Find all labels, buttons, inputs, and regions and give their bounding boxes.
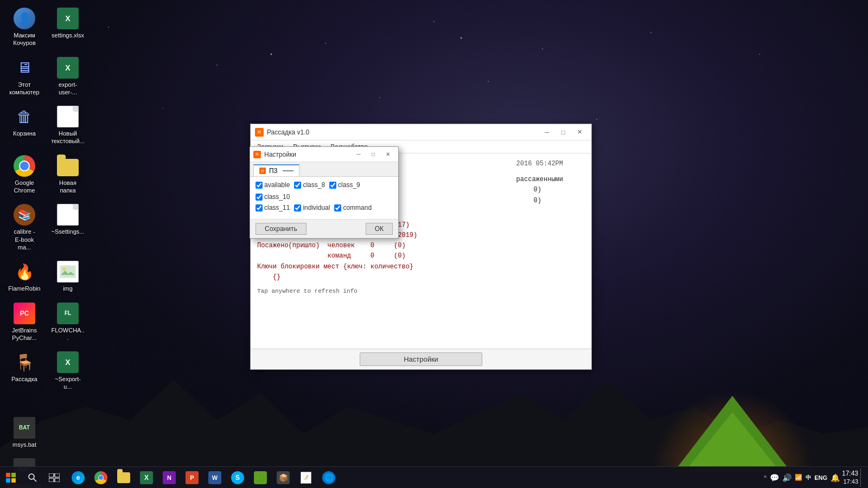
settings-minimize-button[interactable]: ─: [352, 150, 366, 159]
settings-dialog-controls: ─ □ ✕: [352, 150, 395, 159]
main-window-controls: ─ □ ✕: [539, 127, 587, 138]
content-posadzheno: Посажено(пришло) человек 0 (0): [257, 241, 585, 251]
settings-xlsx-label: settings.xlsx: [52, 31, 84, 39]
notifications-icon[interactable]: 🔔: [831, 473, 840, 482]
desktop-icon-chrome[interactable]: GoogleChrome: [5, 153, 43, 197]
maximize-button[interactable]: □: [556, 127, 571, 138]
taskbar-notepad-icon[interactable]: 📝: [295, 467, 317, 489]
checkbox-command-input[interactable]: [334, 204, 341, 211]
taskbar-explorer-icon[interactable]: [113, 467, 135, 489]
taskbar-unknown3-icon[interactable]: 🌐: [318, 467, 340, 489]
desktop-icon-ssettings[interactable]: ~Ssettings...: [49, 202, 87, 253]
svg-rect-6: [6, 478, 10, 483]
taskbar: e X N P: [0, 466, 868, 488]
ok-settings-button[interactable]: ОК: [366, 223, 393, 235]
settings-button[interactable]: Настройки: [360, 352, 482, 366]
checkbox-class10[interactable]: class_10: [256, 193, 290, 201]
export-user-label: export-user-...: [51, 81, 85, 97]
desktop-icon-flowchart[interactable]: FL FLOWCHA...: [49, 300, 87, 344]
desktop-icon-user-folder[interactable]: 👤 МаксимКочуров: [5, 5, 43, 49]
checkbox-available-label: available: [264, 181, 290, 189]
taskbar-time: 17:43: [842, 470, 858, 478]
close-button[interactable]: ✕: [572, 127, 587, 138]
taskbar-onenote-icon[interactable]: N: [158, 467, 180, 489]
checkbox-individual-input[interactable]: [294, 204, 301, 211]
folder-shape: [57, 159, 79, 176]
new-text-label: Новыйтекстовый...: [51, 130, 85, 145]
show-desktop-button[interactable]: [860, 468, 864, 487]
desktop-icon-rassadka[interactable]: 🪑 Рассадка: [5, 349, 43, 393]
jetbrains-label: JetBrainsPyChar...: [12, 326, 37, 342]
checkbox-class9[interactable]: class_9: [329, 181, 360, 189]
desktop-icon-calibre[interactable]: 📚 calibre -E-book ma...: [5, 202, 43, 253]
taskbar-skype-icon[interactable]: S: [227, 467, 248, 489]
minimize-button[interactable]: ─: [539, 127, 554, 138]
task-view-button[interactable]: [43, 467, 65, 489]
desktop-icon-img[interactable]: img: [49, 259, 87, 294]
desktop-icon-settings-xlsx[interactable]: X settings.xlsx: [49, 5, 87, 49]
svg-line-9: [34, 479, 36, 481]
flamerobin-label: FlameRobin: [8, 285, 40, 292]
desktop-icon-this-computer[interactable]: 🖥 Этоткомпьютер: [5, 55, 43, 99]
checkbox-row-2: class_11 individual command: [256, 204, 393, 211]
checkbox-class8-input[interactable]: [294, 182, 301, 189]
taskbar-right-area: ^ 💬 🔊 📶 中 ENG 🔔 17:43 17:43: [764, 468, 868, 487]
checkbox-command[interactable]: command: [334, 204, 372, 211]
checkbox-available-input[interactable]: [256, 182, 263, 189]
taskbar-powerpoint-icon[interactable]: P: [181, 467, 203, 489]
taskbar-edge-icon[interactable]: e: [67, 467, 89, 489]
checkbox-command-label: command: [343, 204, 372, 211]
chrome-icon: [14, 155, 35, 177]
content-tap-hint: Tap anywhere to refresh info: [257, 287, 585, 297]
desktop-icon-msys-bat[interactable]: BAT msys.bat: [5, 415, 43, 451]
desktop-icon-jetbrains[interactable]: PC JetBrainsPyChar...: [5, 300, 43, 344]
checkbox-class9-input[interactable]: [329, 182, 336, 189]
checkbox-available[interactable]: available: [256, 181, 290, 189]
taskbar-clock[interactable]: 17:43 17:43: [842, 470, 858, 486]
checkbox-individual-label: individual: [303, 204, 330, 211]
taskbar-excel-icon[interactable]: X: [136, 467, 157, 489]
system-tray: ^ 💬 🔊 📶 中 ENG 🔔: [764, 473, 840, 482]
main-window-title: Рассадка v1.0: [267, 129, 309, 136]
settings-close-button[interactable]: ✕: [381, 150, 395, 159]
calibre-label: calibre -E-book ma...: [8, 228, 41, 251]
rassadka-label: Рассадка: [11, 375, 37, 383]
trash-label: Корзина: [13, 130, 36, 137]
taskbar-unknown2-icon[interactable]: 📦: [272, 467, 294, 489]
checkbox-class10-label: class_10: [264, 193, 290, 201]
this-computer-label: Этоткомпьютер: [9, 81, 39, 97]
network-tray-icon[interactable]: 📶: [795, 474, 802, 481]
desktop-icon-new-folder[interactable]: Новая папка: [49, 153, 87, 197]
checkbox-class10-input[interactable]: [256, 194, 263, 201]
volume-tray-icon[interactable]: 🔊: [782, 473, 792, 482]
checkbox-class11-input[interactable]: [256, 204, 263, 211]
ime-tray-icon[interactable]: 中: [806, 474, 811, 481]
user-folder-label: МаксимКочуров: [13, 31, 35, 47]
language-indicator[interactable]: ENG: [814, 474, 827, 481]
save-settings-button[interactable]: Сохранить: [256, 223, 307, 235]
checkbox-individual[interactable]: individual: [294, 204, 330, 211]
content-komand: команд 0 (0): [257, 251, 585, 261]
search-taskbar-button[interactable]: [22, 467, 43, 489]
start-button[interactable]: [0, 467, 22, 489]
chevron-up-icon[interactable]: ^: [764, 474, 767, 481]
desktop-icon-export-user[interactable]: X export-user-...: [49, 55, 87, 99]
taskbar-chrome-icon[interactable]: [90, 467, 112, 489]
settings-dialog-title: Настройки: [264, 151, 352, 158]
chrome-label: GoogleChrome: [14, 179, 35, 195]
desktop-icon-flamerobin[interactable]: 🔥 FlameRobin: [5, 259, 43, 294]
settings-dialog-icon: R: [253, 151, 261, 158]
desktop-icon-new-text[interactable]: Новыйтекстовый...: [49, 104, 87, 147]
settings-maximize-button[interactable]: □: [366, 150, 380, 159]
checkbox-class11[interactable]: class_11: [256, 204, 290, 211]
svg-rect-5: [11, 473, 16, 477]
checkbox-class8[interactable]: class_8: [294, 181, 325, 189]
desktop-icon-trash[interactable]: 🗑 Корзина: [5, 104, 43, 147]
svg-rect-10: [49, 473, 54, 477]
taskbar-unknown1-icon[interactable]: 🌿: [250, 467, 271, 489]
wechat-tray-icon[interactable]: 💬: [770, 473, 779, 482]
desktop-icon-sexport[interactable]: X ~Sexport-u...: [49, 349, 87, 393]
taskbar-word-icon[interactable]: W: [204, 467, 226, 489]
settings-tab-p3[interactable]: R П3: [253, 164, 299, 176]
settings-dialog-tab-bar: R П3: [250, 162, 398, 177]
